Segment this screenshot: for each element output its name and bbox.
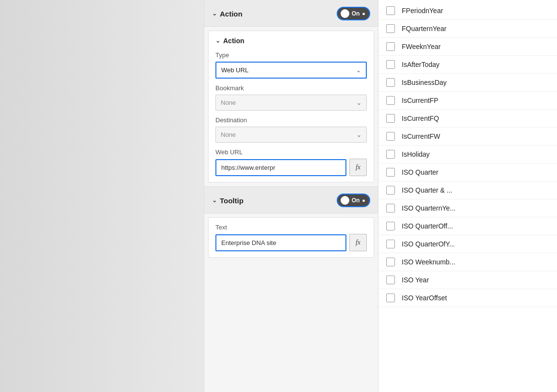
list-item[interactable]: ISO Year [378,271,557,289]
action-subsection: ⌄ Action Type Web URL ⌄ Bookmark None ⌄ … [208,31,374,182]
checkbox-label: ISO YearOffset [402,294,447,302]
tooltip-toggle-knob [341,196,349,205]
checkbox-box[interactable] [386,150,395,159]
action-toggle-knob [341,9,349,18]
tooltip-text-label: Text [215,224,367,231]
checkbox-label: IsCurrentFW [402,132,440,140]
tooltip-subsection: Text fx [208,217,374,258]
bookmark-label: Bookmark [215,84,367,92]
web-url-input[interactable] [215,159,346,176]
tooltip-chevron-icon: ⌄ [212,197,217,204]
web-url-row: fx [215,159,367,176]
checkbox-box[interactable] [386,96,395,105]
checkbox-label: FPeriodnYear [402,7,443,15]
action-chevron-icon: ⌄ [212,10,217,17]
destination-value: None [221,131,236,138]
checkbox-label: IsCurrentFQ [402,114,439,122]
checkbox-label: FQuarternYear [402,25,446,33]
checkbox-list: FPeriodnYearFQuarternYearFWeeknYearIsAft… [378,0,557,309]
checkbox-box[interactable] [386,60,395,69]
checkbox-box[interactable] [386,294,395,302]
tooltip-toggle-icon: ● [362,197,365,203]
list-item[interactable]: FPeriodnYear [378,2,557,20]
list-item[interactable]: ISO QuarternYe... [378,199,557,217]
right-panel: FPeriodnYearFQuarternYearFWeeknYearIsAft… [378,0,557,392]
action-section-header: ⌄ Action On ● [204,0,378,27]
bookmark-dropdown[interactable]: None ⌄ [215,95,367,111]
list-item[interactable]: ISO QuarterOff... [378,217,557,235]
checkbox-label: ISO QuarternYe... [402,204,456,212]
checkbox-box[interactable] [386,168,395,177]
tooltip-fx-icon: fx [356,239,360,246]
bookmark-value: None [221,99,236,106]
action-inner-title: ⌄ Action [215,37,367,45]
checkbox-label: ISO Quarter [402,168,438,176]
fx-icon: fx [356,163,360,171]
checkbox-box[interactable] [386,186,395,195]
destination-label: Destination [215,116,367,124]
list-item[interactable]: IsAfterToday [378,56,557,74]
checkbox-label: FWeeknYear [402,43,441,50]
list-item[interactable]: ISO Weeknumb... [378,253,557,271]
checkbox-box[interactable] [386,276,395,284]
list-item[interactable]: IsBusinessDay [378,74,557,92]
checkbox-label: ISO Weeknumb... [402,258,455,266]
tooltip-section-title: ⌄ Tooltip [212,196,244,205]
middle-panel: ⌄ Action On ● ⌄ Action Type Web URL ⌄ Bo… [204,0,378,392]
action-section-title: ⌄ Action [212,10,243,18]
action-toggle-icon: ● [362,11,365,16]
checkbox-label: IsHoliday [402,150,430,158]
type-value: Web URL [221,66,248,74]
checkbox-label: IsCurrentFP [402,97,438,104]
web-url-fx-button[interactable]: fx [349,159,367,176]
list-item[interactable]: ISO Quarter [378,163,557,181]
checkbox-box[interactable] [386,24,395,33]
tooltip-toggle[interactable]: On ● [337,194,370,207]
list-item[interactable]: FWeeknYear [378,38,557,56]
left-gray-panel [0,0,204,392]
list-item[interactable]: IsCurrentFP [378,92,557,110]
tooltip-text-row: fx [215,234,367,251]
tooltip-fx-button[interactable]: fx [349,234,367,251]
type-dropdown-arrow: ⌄ [356,67,361,74]
action-toggle-label: On [352,10,360,17]
list-item[interactable]: IsCurrentFQ [378,110,557,128]
checkbox-box[interactable] [386,114,395,123]
list-item[interactable]: ISO QuarterOfY... [378,235,557,253]
checkbox-box[interactable] [386,222,395,230]
destination-dropdown-arrow: ⌄ [357,131,361,138]
type-label: Type [215,51,367,59]
action-section-label: Action [220,10,243,18]
checkbox-box[interactable] [386,6,395,15]
tooltip-toggle-label: On [352,197,360,204]
web-url-label: Web URL [215,148,367,156]
destination-dropdown[interactable]: None ⌄ [215,127,367,143]
tooltip-section-header: ⌄ Tooltip On ● [204,186,378,213]
checkbox-label: IsBusinessDay [402,79,447,86]
tooltip-text-input[interactable] [215,234,346,251]
checkbox-box[interactable] [386,258,395,266]
list-item[interactable]: FQuarternYear [378,20,557,38]
checkbox-label: ISO QuarterOfY... [402,240,455,248]
checkbox-label: ISO QuarterOff... [402,222,453,230]
checkbox-label: IsAfterToday [402,61,440,68]
checkbox-label: ISO Year [402,276,429,284]
list-item[interactable]: IsCurrentFW [378,128,557,146]
checkbox-box[interactable] [386,240,395,248]
action-toggle[interactable]: On ● [337,7,370,20]
checkbox-label: ISO Quarter & ... [402,186,452,194]
checkbox-box[interactable] [386,204,395,212]
checkbox-box[interactable] [386,78,395,87]
action-inner-chevron: ⌄ [215,37,220,44]
checkbox-box[interactable] [386,132,395,141]
list-item[interactable]: ISO Quarter & ... [378,181,557,199]
tooltip-section-label: Tooltip [220,196,244,205]
list-item[interactable]: IsHoliday [378,146,557,163]
type-dropdown[interactable]: Web URL ⌄ [215,62,367,79]
bookmark-dropdown-arrow: ⌄ [357,99,361,106]
checkbox-box[interactable] [386,42,395,51]
list-item[interactable]: ISO YearOffset [378,289,557,307]
